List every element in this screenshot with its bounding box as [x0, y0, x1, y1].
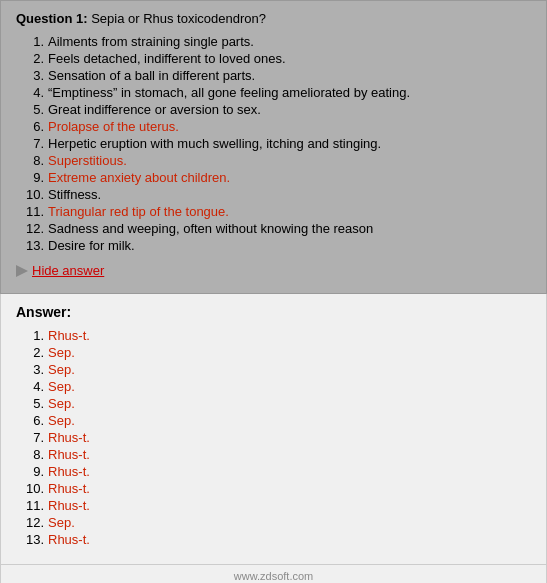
answer-item: 8.Rhus-t. — [16, 447, 531, 462]
question-section: Question 1: Sepia or Rhus toxicodendron?… — [0, 0, 547, 294]
answer-section: Answer: 1.Rhus-t.2.Sep.3.Sep.4.Sep.5.Sep… — [0, 294, 547, 565]
answer-val: Rhus-t. — [48, 464, 90, 479]
symptom-num: 11. — [16, 204, 44, 219]
symptom-item: 3.Sensation of a ball in different parts… — [16, 68, 531, 83]
symptom-num: 8. — [16, 153, 44, 168]
answer-num: 9. — [16, 464, 44, 479]
answer-num: 4. — [16, 379, 44, 394]
symptom-item: 5.Great indifference or aversion to sex. — [16, 102, 531, 117]
symptom-num: 6. — [16, 119, 44, 134]
symptom-item: 9.Extreme anxiety about children. — [16, 170, 531, 185]
answer-val: Rhus-t. — [48, 328, 90, 343]
answer-num: 7. — [16, 430, 44, 445]
symptom-num: 10. — [16, 187, 44, 202]
symptoms-list: 1.Ailments from straining single parts.2… — [16, 34, 531, 253]
answer-num: 13. — [16, 532, 44, 547]
symptom-text: Desire for milk. — [48, 238, 135, 253]
answer-num: 1. — [16, 328, 44, 343]
symptom-text: Triangular red tip of the tongue. — [48, 204, 229, 219]
question-prefix: Question 1: — [16, 11, 88, 26]
question-title: Question 1: Sepia or Rhus toxicodendron? — [16, 11, 531, 26]
watermark: www.zdsoft.com — [0, 565, 547, 583]
answer-val: Rhus-t. — [48, 498, 90, 513]
answer-item: 7.Rhus-t. — [16, 430, 531, 445]
symptom-num: 5. — [16, 102, 44, 117]
symptom-text: Superstitious. — [48, 153, 127, 168]
symptom-text: “Emptiness” in stomach, all gone feeling… — [48, 85, 410, 100]
answer-val: Rhus-t. — [48, 447, 90, 462]
hide-answer-row: Hide answer — [16, 263, 531, 278]
symptom-num: 2. — [16, 51, 44, 66]
symptom-item: 6.Prolapse of the uterus. — [16, 119, 531, 134]
symptom-item: 13.Desire for milk. — [16, 238, 531, 253]
answer-num: 6. — [16, 413, 44, 428]
answer-val: Sep. — [48, 379, 75, 394]
answer-item: 6.Sep. — [16, 413, 531, 428]
symptom-item: 1.Ailments from straining single parts. — [16, 34, 531, 49]
symptom-num: 9. — [16, 170, 44, 185]
answer-val: Sep. — [48, 362, 75, 377]
symptom-item: 2.Feels detached, indifferent to loved o… — [16, 51, 531, 66]
answer-num: 5. — [16, 396, 44, 411]
answer-item: 1.Rhus-t. — [16, 328, 531, 343]
symptom-num: 12. — [16, 221, 44, 236]
svg-marker-0 — [16, 265, 28, 277]
answer-item: 12.Sep. — [16, 515, 531, 530]
symptom-text: Sensation of a ball in different parts. — [48, 68, 255, 83]
symptom-text: Great indifference or aversion to sex. — [48, 102, 261, 117]
answer-num: 10. — [16, 481, 44, 496]
answer-item: 13.Rhus-t. — [16, 532, 531, 547]
symptom-num: 4. — [16, 85, 44, 100]
answer-val: Sep. — [48, 345, 75, 360]
answer-val: Sep. — [48, 396, 75, 411]
answer-title: Answer: — [16, 304, 531, 320]
question-text: Sepia or Rhus toxicodendron? — [88, 11, 267, 26]
symptom-text: Extreme anxiety about children. — [48, 170, 230, 185]
answer-item: 9.Rhus-t. — [16, 464, 531, 479]
answer-val: Rhus-t. — [48, 481, 90, 496]
symptom-item: 12.Sadness and weeping, often without kn… — [16, 221, 531, 236]
answer-val: Rhus-t. — [48, 430, 90, 445]
hide-answer-icon — [16, 265, 28, 277]
answer-item: 11.Rhus-t. — [16, 498, 531, 513]
answer-num: 8. — [16, 447, 44, 462]
answer-num: 2. — [16, 345, 44, 360]
symptom-text: Ailments from straining single parts. — [48, 34, 254, 49]
symptom-num: 3. — [16, 68, 44, 83]
hide-answer-link[interactable]: Hide answer — [32, 263, 104, 278]
answer-item: 5.Sep. — [16, 396, 531, 411]
answer-val: Sep. — [48, 413, 75, 428]
answer-num: 12. — [16, 515, 44, 530]
symptom-text: Sadness and weeping, often without knowi… — [48, 221, 373, 236]
symptom-item: 10.Stiffness. — [16, 187, 531, 202]
symptom-text: Prolapse of the uterus. — [48, 119, 179, 134]
answer-val: Sep. — [48, 515, 75, 530]
symptom-num: 1. — [16, 34, 44, 49]
symptom-item: 7.Herpetic eruption with much swelling, … — [16, 136, 531, 151]
symptom-num: 13. — [16, 238, 44, 253]
answer-num: 11. — [16, 498, 44, 513]
symptom-item: 8.Superstitious. — [16, 153, 531, 168]
answer-list: 1.Rhus-t.2.Sep.3.Sep.4.Sep.5.Sep.6.Sep.7… — [16, 328, 531, 547]
answer-item: 3.Sep. — [16, 362, 531, 377]
symptom-item: 4.“Emptiness” in stomach, all gone feeli… — [16, 85, 531, 100]
answer-item: 10.Rhus-t. — [16, 481, 531, 496]
answer-val: Rhus-t. — [48, 532, 90, 547]
answer-item: 4.Sep. — [16, 379, 531, 394]
symptom-text: Stiffness. — [48, 187, 101, 202]
symptom-text: Herpetic eruption with much swelling, it… — [48, 136, 381, 151]
symptom-num: 7. — [16, 136, 44, 151]
answer-item: 2.Sep. — [16, 345, 531, 360]
answer-num: 3. — [16, 362, 44, 377]
symptom-text: Feels detached, indifferent to loved one… — [48, 51, 286, 66]
symptom-item: 11.Triangular red tip of the tongue. — [16, 204, 531, 219]
